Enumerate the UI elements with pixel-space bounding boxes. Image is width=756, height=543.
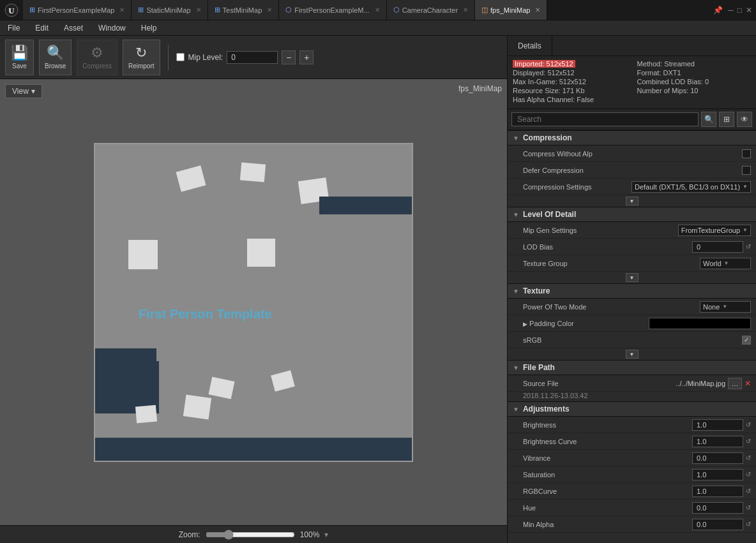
compress-without-alp-label: Compress Without Alp [513, 150, 742, 158]
tab-texture-icon: ◫ [481, 6, 488, 14]
rgbcurve-input[interactable]: 1.0 [692, 486, 743, 497]
zoom-percent: 100% [300, 530, 320, 539]
section-texture-header[interactable]: ▼ Texture [508, 283, 756, 299]
view-button[interactable]: View ▾ [5, 84, 42, 98]
texture-section-title: Texture [523, 286, 550, 295]
reimport-button[interactable]: ↻ Reimport [123, 40, 160, 75]
rgbcurve-text: 1.0 [697, 487, 706, 495]
lod-bias-input[interactable]: 0 [692, 241, 743, 253]
defer-compression-value [742, 166, 751, 175]
brightness-curve-input[interactable]: 1.0 [692, 436, 743, 447]
texture-text-label: First Person Template [139, 307, 272, 322]
info-max-in-game: Max In-Game: 512x512 [513, 78, 627, 86]
mip-increment-btn[interactable]: + [299, 50, 314, 64]
tab-first-person-example-map[interactable]: ⊞ FirstPersonExampleMap ✕ [23, 0, 132, 20]
vibrance-reset[interactable]: ↺ [746, 454, 751, 461]
compression-settings-label: Compression Settings [513, 183, 631, 191]
lod-bias-reset[interactable]: ↺ [746, 243, 751, 250]
power-of-two-text: None [703, 303, 720, 311]
tab-close-btn[interactable]: ✕ [267, 6, 272, 13]
source-file-path: ../../MiniMap.jpg [676, 380, 725, 387]
compress-icon: ⚙ [91, 45, 103, 61]
saturation-reset[interactable]: ↺ [746, 471, 751, 478]
prop-compress-without-alp: Compress Without Alp [508, 145, 756, 162]
tab-label: FirstPersonExampleMap [38, 6, 114, 14]
tab-close-btn[interactable]: ✕ [119, 6, 125, 13]
section-compression-header[interactable]: ▼ Compression [508, 130, 756, 145]
menu-help[interactable]: Help [133, 20, 165, 35]
compression-settings-dropdown[interactable]: Default (DXT1/5, BC1/3 on DX11) ▼ [631, 181, 751, 193]
section-texture-expand: ▼ [508, 348, 756, 360]
menu-window[interactable]: Window [91, 20, 133, 35]
mip-gen-settings-dropdown[interactable]: FromTextureGroup ▼ [678, 225, 751, 236]
tab-close-btn[interactable]: ✕ [375, 6, 380, 13]
adjustments-title: Adjustments [523, 405, 570, 413]
min-alpha-reset[interactable]: ↺ [746, 521, 751, 528]
lod-expand-btn[interactable]: ▼ [626, 273, 639, 282]
filename-label: fps_MiniMap [458, 84, 502, 93]
rgbcurve-reset[interactable]: ↺ [746, 487, 751, 495]
lod-arrow: ▼ [513, 211, 519, 218]
tabs-row: ⊞ FirstPersonExampleMap ✕ ⊞ StaticMiniMa… [23, 0, 709, 20]
srgb-checkbox[interactable] [742, 336, 751, 345]
compression-expand-btn[interactable]: ▼ [626, 197, 639, 205]
defer-compression-checkbox[interactable] [742, 166, 751, 175]
menu-edit[interactable]: Edit [27, 20, 56, 35]
saturation-input[interactable]: 1.0 [692, 469, 743, 480]
section-filepath-header[interactable]: ▼ File Path [508, 360, 756, 375]
mip-checkbox[interactable] [176, 53, 185, 61]
vibrance-input[interactable]: 0.0 [692, 452, 743, 464]
section-adjustments-header[interactable]: ▼ Adjustments [508, 401, 756, 417]
search-button[interactable]: 🔍 [701, 112, 716, 127]
details-tab[interactable]: Details [508, 36, 552, 56]
search-input[interactable] [511, 112, 699, 126]
shape-1 [176, 165, 206, 191]
tab-static-mini-map[interactable]: ⊞ StaticMiniMap ✕ [132, 0, 208, 20]
tab-close-btn[interactable]: ✕ [463, 6, 468, 13]
compress-button[interactable]: ⚙ Compress [77, 40, 117, 75]
mip-input[interactable] [227, 51, 278, 64]
saturation-label: Saturation [513, 471, 692, 479]
mip-decrement-btn[interactable]: − [282, 50, 296, 64]
prop-texture-group: Texture Group World ▼ [508, 255, 756, 272]
menu-asset[interactable]: Asset [56, 20, 91, 35]
zoom-label: Zoom: [179, 530, 200, 539]
shape-lower-1 [208, 376, 234, 399]
compress-without-alp-checkbox[interactable] [742, 149, 751, 158]
tab-label: fps_MiniMap [490, 6, 530, 14]
compression-title: Compression [523, 133, 572, 142]
file-clear-btn[interactable]: ✕ [745, 379, 751, 388]
brightness-reset[interactable]: ↺ [746, 421, 751, 428]
prop-mip-gen-settings: Mip Gen Settings FromTextureGroup ▼ [508, 222, 756, 239]
menu-file[interactable]: File [0, 20, 27, 35]
tab-first-person-example-m[interactable]: ⬡ FirstPersonExampleM... ✕ [279, 0, 386, 20]
tab-close-btn[interactable]: ✕ [535, 6, 540, 13]
padding-color-swatch[interactable] [649, 318, 751, 329]
texture-group-dropdown[interactable]: World ▼ [700, 258, 751, 269]
close-btn[interactable]: ✕ [746, 6, 752, 15]
brightness-input[interactable]: 1.0 [692, 419, 743, 431]
shape-2 [240, 162, 266, 182]
min-alpha-input[interactable]: 0.0 [692, 519, 743, 530]
tab-camera-character[interactable]: ⬡ CameraCharacter ✕ [387, 0, 475, 20]
save-button[interactable]: 💾 Save [5, 40, 34, 75]
texture-expand-btn[interactable]: ▼ [626, 350, 639, 359]
zoom-slider[interactable] [206, 530, 295, 540]
file-browse-btn[interactable]: … [728, 378, 742, 389]
section-compression-expand: ▼ [508, 195, 756, 207]
power-of-two-dropdown[interactable]: None ▼ [700, 301, 751, 313]
grid-view-button[interactable]: ⊞ [719, 112, 734, 127]
tab-fps-mini-map[interactable]: ◫ fps_MiniMap ✕ [475, 0, 547, 20]
brightness-curve-reset[interactable]: ↺ [746, 438, 751, 445]
hue-input[interactable]: 0.0 [692, 502, 743, 514]
tab-test-mini-map[interactable]: ⊞ TestMiniMap ✕ [208, 0, 280, 20]
hue-reset[interactable]: ↺ [746, 504, 751, 511]
section-lod-header[interactable]: ▼ Level Of Detail [508, 207, 756, 222]
lod-bias-value: 0 ↺ [692, 241, 751, 253]
minimize-btn[interactable]: ─ [728, 6, 734, 15]
eye-button[interactable]: 👁 [737, 112, 752, 127]
browse-button[interactable]: 🔍 Browse [39, 40, 72, 75]
padding-triangle: ▶ [523, 321, 527, 327]
tab-close-btn[interactable]: ✕ [196, 6, 201, 13]
maximize-btn[interactable]: □ [737, 6, 742, 15]
